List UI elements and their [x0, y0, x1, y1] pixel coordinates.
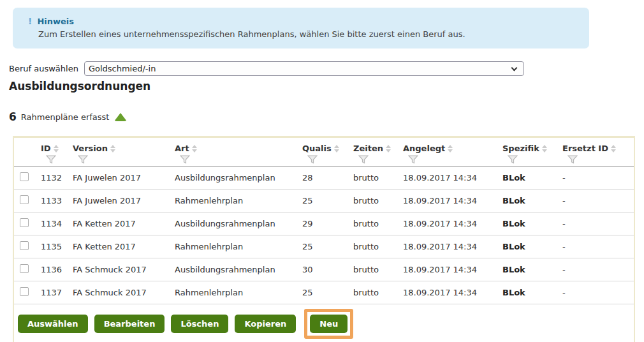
beruf-select-wrap: Goldschmied/-in [84, 61, 524, 76]
column-label: ID [41, 144, 51, 153]
cell-ersetzt-id: - [560, 167, 634, 190]
beruf-select-label: Beruf auswählen [9, 64, 78, 73]
table-row[interactable]: 1134 FA Ketten 2017 Ausbildungsrahmenpla… [14, 212, 634, 235]
sort-arrows-icon[interactable] [448, 144, 453, 152]
cell-zeiten: brutto [351, 167, 400, 190]
filter-funnel-icon[interactable] [567, 155, 578, 164]
sort-arrows-icon[interactable] [54, 144, 59, 152]
cell-zeiten: brutto [351, 258, 400, 281]
filter-funnel-icon[interactable] [46, 155, 56, 164]
table-header-row: ID Version Art [14, 138, 634, 167]
column-header-spezifik[interactable]: Spezifik [500, 138, 560, 167]
beruf-select-row: Beruf auswählen Goldschmied/-in [9, 61, 635, 76]
kopieren-button[interactable]: Kopieren [235, 315, 296, 333]
column-label: Ersetzt ID [562, 144, 608, 153]
cell-id: 1136 [38, 258, 70, 281]
cell-version: FA Juwelen 2017 [70, 167, 172, 190]
cell-art: Ausbildungsrahmenplan [172, 167, 300, 190]
cell-angelegt: 18.09.2017 14:34 [400, 212, 500, 235]
cell-id: 1135 [38, 235, 70, 258]
sort-arrows-icon[interactable] [110, 144, 115, 152]
beruf-select[interactable]: Goldschmied/-in [84, 61, 524, 76]
result-count: 6 [9, 110, 17, 123]
cell-id: 1132 [38, 167, 70, 190]
sort-arrows-icon[interactable] [542, 144, 547, 152]
loeschen-button[interactable]: Löschen [171, 315, 228, 333]
neu-button-highlight: Neu [304, 309, 353, 339]
sort-arrows-icon[interactable] [611, 144, 616, 152]
column-header-qualis[interactable]: Qualis [300, 138, 351, 167]
cell-zeiten: brutto [351, 235, 400, 258]
column-label: Qualis [302, 144, 332, 153]
table-row[interactable]: 1137 FA Schmuck 2017 Rahmenlehrplan 25 b… [14, 281, 634, 304]
cell-version: FA Ketten 2017 [70, 235, 172, 258]
page-title: Ausbildungsordnungen [9, 80, 635, 93]
column-header-ersetzt-id[interactable]: Ersetzt ID [560, 138, 634, 167]
cell-qualis: 29 [300, 212, 351, 235]
cell-version: FA Schmuck 2017 [70, 258, 172, 281]
cell-art: Ausbildungsrahmenplan [172, 258, 300, 281]
row-checkbox[interactable] [20, 172, 29, 181]
column-label: Angelegt [403, 144, 445, 153]
sort-arrows-icon[interactable] [334, 144, 339, 152]
column-header-angelegt[interactable]: Angelegt [400, 138, 500, 167]
collapse-toggle-icon[interactable] [114, 113, 127, 121]
cell-art: Ausbildungsrahmenplan [172, 212, 300, 235]
filter-funnel-icon[interactable] [78, 155, 88, 164]
rahmenplan-table-container: ID Version Art [13, 136, 635, 342]
column-header-art[interactable]: Art [172, 138, 300, 167]
notice-title: Hinweis [37, 17, 74, 26]
row-checkbox[interactable] [20, 218, 29, 227]
sort-arrows-icon[interactable] [386, 144, 391, 152]
cell-zeiten: brutto [351, 281, 400, 304]
filter-funnel-icon[interactable] [408, 155, 418, 164]
bearbeiten-button[interactable]: Bearbeiten [94, 315, 165, 333]
column-label: Version [73, 144, 108, 153]
cell-version: FA Ketten 2017 [70, 212, 172, 235]
cell-id: 1134 [38, 212, 70, 235]
cell-qualis: 25 [300, 281, 351, 304]
filter-funnel-icon[interactable] [180, 155, 190, 164]
filter-funnel-icon[interactable] [358, 155, 369, 164]
neu-button[interactable]: Neu [310, 315, 348, 333]
row-checkbox[interactable] [20, 264, 29, 273]
cell-ersetzt-id: - [560, 212, 634, 235]
row-checkbox[interactable] [20, 287, 29, 296]
column-label: Spezifik [502, 144, 539, 153]
cell-zeiten: brutto [351, 212, 400, 235]
table-row[interactable]: 1136 FA Schmuck 2017 Ausbildungsrahmenpl… [14, 258, 634, 281]
exclamation-icon: ! [28, 16, 32, 26]
table-row[interactable]: 1132 FA Juwelen 2017 Ausbildungsrahmenpl… [14, 167, 634, 190]
row-checkbox[interactable] [20, 195, 29, 204]
sort-arrows-icon[interactable] [192, 144, 197, 152]
cell-ersetzt-id: - [560, 258, 634, 281]
cell-spezifik: BLok [500, 281, 560, 304]
table-row[interactable]: 1133 FA Juwelen 2017 Rahmenlehrplan 25 b… [14, 190, 634, 212]
cell-qualis: 25 [300, 235, 351, 258]
column-label: Zeiten [353, 144, 383, 153]
cell-spezifik: BLok [500, 235, 560, 258]
filter-funnel-icon[interactable] [508, 155, 518, 164]
cell-art: Rahmenlehrplan [172, 190, 300, 212]
cell-spezifik: BLok [500, 212, 560, 235]
filter-funnel-icon[interactable] [307, 155, 318, 164]
auswaehlen-button[interactable]: Auswählen [18, 315, 88, 333]
cell-qualis: 28 [300, 167, 351, 190]
notice-text: Zum Erstellen eines unternehmensspezifis… [28, 29, 579, 39]
action-button-bar: Auswählen Bearbeiten Löschen Kopieren Ne… [14, 304, 634, 342]
cell-zeiten: brutto [351, 190, 400, 212]
hinweis-notice-box: ! Hinweis Zum Erstellen eines unternehme… [13, 8, 589, 48]
cell-id: 1133 [38, 190, 70, 212]
cell-angelegt: 18.09.2017 14:34 [400, 281, 500, 304]
table-row[interactable]: 1135 FA Ketten 2017 Rahmenlehrplan 25 br… [14, 235, 634, 258]
cell-ersetzt-id: - [560, 281, 634, 304]
cell-spezifik: BLok [500, 258, 560, 281]
cell-angelegt: 18.09.2017 14:34 [400, 235, 500, 258]
header-checkbox-spacer [14, 138, 38, 167]
row-checkbox[interactable] [20, 241, 29, 250]
column-header-id[interactable]: ID [38, 138, 70, 167]
column-header-zeiten[interactable]: Zeiten [351, 138, 400, 167]
rahmenplan-table: ID Version Art [14, 138, 634, 304]
column-header-version[interactable]: Version [70, 138, 172, 167]
notice-title-row: ! Hinweis [28, 16, 579, 26]
